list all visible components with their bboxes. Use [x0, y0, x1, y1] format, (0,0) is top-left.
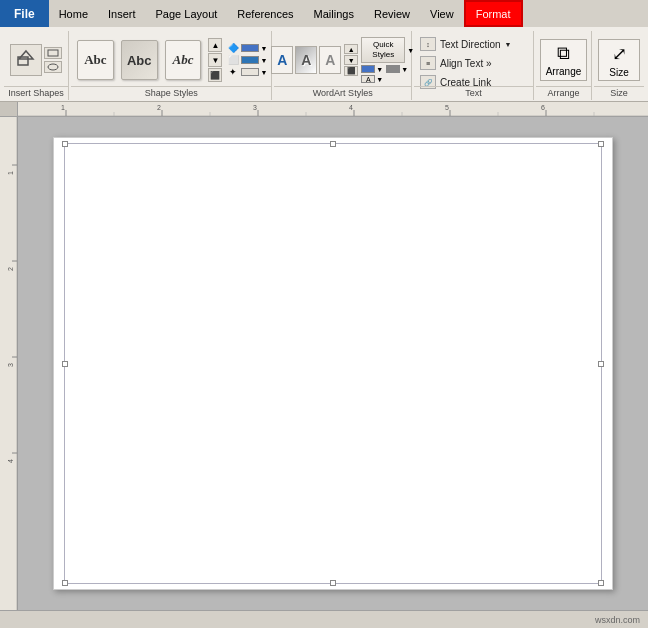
align-text-label: Align Text » [440, 58, 492, 69]
svg-text:2: 2 [7, 267, 14, 271]
align-text-btn[interactable]: ≡ Align Text » [418, 55, 529, 71]
size-label: Size [594, 86, 644, 98]
menu-home[interactable]: Home [49, 0, 98, 27]
outline-color-swatch[interactable] [241, 56, 259, 64]
menu-references[interactable]: References [227, 0, 303, 27]
svg-marker-1 [19, 51, 33, 59]
svg-text:4: 4 [7, 459, 14, 463]
status-watermark: wsxdn.com [595, 615, 640, 625]
svg-text:3: 3 [7, 363, 14, 367]
svg-text:3: 3 [253, 104, 257, 111]
ruler-corner [0, 102, 18, 117]
menu-file[interactable]: File [0, 0, 49, 27]
styles-dropdown-arrow-up[interactable]: ▲ [208, 38, 222, 52]
ribbon: Insert Shapes Abc Abc Abc ▲ ▼ ⬛ 🔷 ▼ [0, 27, 648, 102]
quick-styles-btn[interactable]: Quick Styles [361, 37, 405, 63]
group-shape-styles: Abc Abc Abc ▲ ▼ ⬛ 🔷 ▼ ⬜ [71, 31, 272, 100]
svg-text:6: 6 [541, 104, 545, 111]
shape-style-btn-1[interactable]: Abc [77, 40, 114, 80]
shapes-sub-icon-2[interactable] [44, 61, 62, 73]
ruler-top: 1 2 3 4 5 6 [18, 102, 648, 117]
left-ruler: 1 2 3 4 [0, 117, 18, 610]
handle-middle-right[interactable] [598, 361, 604, 367]
group-text: ↕ Text Direction ▼ ≡ Align Text » 🔗 Crea… [414, 31, 534, 100]
shape-style-btn-3[interactable]: Abc [165, 40, 202, 80]
wordart-style-1[interactable]: A [271, 46, 293, 74]
text-fill-arrow[interactable]: ▼ [376, 66, 383, 73]
document-page [53, 137, 613, 590]
outline-color-arrow[interactable]: ▼ [260, 57, 267, 64]
status-bar: wsxdn.com [0, 610, 648, 628]
shapes-large-icon[interactable] [10, 44, 42, 76]
group-arrange: ⧉ Arrange Arrange [536, 31, 592, 100]
quick-styles-label2: Styles [372, 50, 394, 60]
fill-color-icon: 🔷 [226, 43, 240, 53]
menu-format[interactable]: Format [464, 0, 523, 27]
main-content: 1 2 3 4 [0, 117, 648, 610]
styles-dropdown-arrow-down[interactable]: ▼ [208, 53, 222, 67]
document-area [18, 117, 648, 610]
svg-text:1: 1 [61, 104, 65, 111]
menu-bar: File Home Insert Page Layout References … [0, 0, 648, 27]
group-insert-shapes: Insert Shapes [4, 31, 69, 100]
handle-top-left[interactable] [62, 141, 68, 147]
handle-bottom-middle[interactable] [330, 580, 336, 586]
text-outline-arrow[interactable]: ▼ [401, 66, 408, 73]
menu-review[interactable]: Review [364, 0, 420, 27]
menu-insert[interactable]: Insert [98, 0, 146, 27]
menu-mailings[interactable]: Mailings [304, 0, 364, 27]
arrange-label: Arrange [536, 86, 591, 98]
align-text-icon: ≡ [420, 56, 436, 70]
text-direction-icon: ↕ [420, 37, 436, 51]
svg-text:5: 5 [445, 104, 449, 111]
shapes-sub-icon-1[interactable] [44, 47, 62, 59]
size-icon: ⤢ [612, 43, 627, 65]
svg-text:2: 2 [157, 104, 161, 111]
group-size: ⤢ Size Size [594, 31, 644, 100]
size-btn-label: Size [609, 67, 628, 78]
text-outline-swatch[interactable] [386, 65, 400, 73]
wordart-style-3[interactable]: A [319, 46, 341, 74]
effect-icon: ✦ [226, 67, 240, 77]
effect-label[interactable] [241, 68, 259, 76]
ruler-area: 1 2 3 4 5 6 [0, 102, 648, 117]
handle-middle-left[interactable] [62, 361, 68, 367]
svg-rect-2 [48, 50, 58, 56]
wordart-arrow-down[interactable]: ▼ [344, 55, 358, 65]
wordart-styles-label: WordArt Styles [274, 86, 411, 98]
text-direction-arrow[interactable]: ▼ [505, 41, 512, 48]
outline-color-icon: ⬜ [226, 55, 240, 65]
shape-style-btn-2[interactable]: Abc [121, 40, 158, 80]
arrange-icon: ⧉ [557, 43, 570, 64]
arrange-btn[interactable]: ⧉ Arrange [540, 39, 587, 81]
text-direction-label: Text Direction [440, 39, 501, 50]
fill-color-swatch[interactable] [241, 44, 259, 52]
handle-bottom-left[interactable] [62, 580, 68, 586]
svg-point-3 [48, 64, 58, 70]
shape-styles-label: Shape Styles [71, 86, 271, 98]
svg-text:1: 1 [7, 171, 14, 175]
handle-top-middle[interactable] [330, 141, 336, 147]
insert-shapes-label: Insert Shapes [4, 86, 68, 98]
text-group-label: Text [414, 86, 533, 98]
wordart-arrow-up[interactable]: ▲ [344, 44, 358, 54]
effect-arrow[interactable]: ▼ [260, 69, 267, 76]
text-effect-arrow[interactable]: ▼ [376, 76, 383, 83]
size-btn[interactable]: ⤢ Size [598, 39, 640, 81]
menu-page-layout[interactable]: Page Layout [146, 0, 228, 27]
menu-view[interactable]: View [420, 0, 464, 27]
styles-dropdown-open[interactable]: ⬛ [208, 68, 222, 82]
arrange-btn-label: Arrange [546, 66, 582, 77]
fill-color-arrow[interactable]: ▼ [260, 45, 267, 52]
text-fill-swatch[interactable] [361, 65, 375, 73]
textbox[interactable] [64, 143, 602, 584]
handle-bottom-right[interactable] [598, 580, 604, 586]
wordart-style-2[interactable]: A [295, 46, 317, 74]
text-direction-btn[interactable]: ↕ Text Direction ▼ [418, 36, 529, 52]
svg-text:4: 4 [349, 104, 353, 111]
wordart-arrow-open[interactable]: ⬛ [344, 66, 358, 76]
handle-top-right[interactable] [598, 141, 604, 147]
text-effect-btn[interactable]: A [361, 75, 375, 83]
quick-styles-label: Quick [373, 40, 393, 50]
group-wordart-styles: A A A ▲ ▼ ⬛ Quick Styles ▼ [274, 31, 412, 100]
